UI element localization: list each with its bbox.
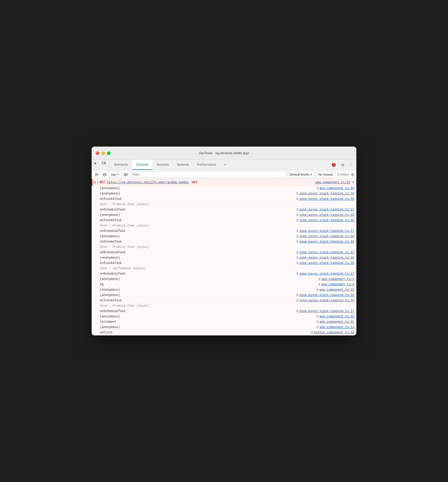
svg-marker-2 bbox=[96, 173, 98, 176]
trace-row: onScheduleTask@zone-async-stack-tagging.… bbox=[92, 309, 356, 314]
expand-arrow-icon[interactable]: ▼ bbox=[97, 181, 99, 184]
trace-at-symbol: @ bbox=[297, 299, 298, 302]
upload-icon[interactable]: ⬆ bbox=[352, 180, 354, 185]
error-circle-icon: ⊗ bbox=[94, 180, 96, 185]
trace-function-name: onInvokeTask bbox=[100, 219, 156, 222]
trace-function-name: onInvokeTask bbox=[100, 261, 156, 265]
traffic-lights bbox=[96, 151, 110, 155]
tab-performance[interactable]: Performance bbox=[193, 160, 220, 170]
eye-icon[interactable] bbox=[122, 171, 129, 178]
minimize-button[interactable] bbox=[101, 151, 105, 155]
tab-elements[interactable]: Elements bbox=[110, 160, 132, 170]
trace-function-name: (anonymous) bbox=[100, 192, 156, 195]
trace-source-link[interactable]: zone-async-stack-tagging.ts:32 bbox=[299, 213, 354, 217]
context-selector[interactable]: top ▼ bbox=[109, 171, 121, 178]
execute-icon[interactable] bbox=[94, 171, 100, 178]
tab-console[interactable]: Console bbox=[132, 160, 152, 170]
trace-source-link[interactable]: app.component.ts:4 bbox=[321, 277, 354, 281]
async-divider-row: Zone — Promise.then (async) bbox=[92, 223, 356, 229]
trace-source-link[interactable]: zone-async-stack-tagging.ts:31 bbox=[299, 240, 354, 244]
error-source-link[interactable]: app.component.ts:23 bbox=[315, 181, 350, 184]
error-count: 1 bbox=[332, 163, 336, 167]
tab-network[interactable]: Network bbox=[173, 160, 193, 170]
trace-source-link[interactable]: zone-async-stack-tagging.ts:32 bbox=[299, 235, 354, 238]
error-badge-button[interactable]: 1 1 bbox=[329, 162, 338, 168]
trace-row: (anonymous)@zone-async-stack-tagging.ts:… bbox=[92, 234, 356, 239]
trace-function-name: onScheduleTask bbox=[100, 272, 156, 276]
trace-source-link[interactable]: zone-async-stack-tagging.ts:31 bbox=[299, 197, 354, 201]
trace-row: onClick@button.component.ts:18 bbox=[92, 330, 356, 335]
trace-row: (anonymous)@app.component.ts:23 bbox=[92, 186, 356, 191]
filter-input[interactable] bbox=[130, 171, 286, 178]
trace-source-link[interactable]: app.component.ts:4 bbox=[321, 283, 354, 286]
trace-at-symbol: @ bbox=[297, 293, 298, 297]
trace-function-name: increment bbox=[100, 320, 156, 324]
trace-at-symbol: @ bbox=[317, 288, 318, 292]
async-divider-row: Zone — setTimeout (async) bbox=[92, 266, 356, 271]
async-divider-row: Zone — Promise.then (async) bbox=[92, 202, 356, 207]
trace-source-link[interactable]: zone-async-stack-tagging.ts:17 bbox=[299, 229, 354, 233]
trace-at-symbol: @ bbox=[297, 272, 298, 276]
maximize-button[interactable] bbox=[107, 151, 110, 155]
settings-button[interactable]: ⚙ bbox=[339, 161, 346, 168]
tab-sources[interactable]: Sources bbox=[152, 160, 173, 170]
trace-source-link[interactable]: zone-async-stack-tagging.ts:32 bbox=[299, 293, 354, 297]
console-settings-icon[interactable]: ⚙ bbox=[351, 173, 354, 177]
trace-source-link[interactable]: zone-async-stack-tagging.ts:32 bbox=[299, 256, 354, 260]
trace-at-symbol: @ bbox=[318, 277, 320, 281]
trace-source-link[interactable]: button.component.ts:18 bbox=[314, 331, 354, 334]
tab-more[interactable]: » bbox=[220, 160, 230, 170]
trace-row: (anonymous)@zone-async-stack-tagging.ts:… bbox=[92, 293, 356, 298]
tab-list: Elements Console Sources Network Perform… bbox=[92, 160, 327, 170]
trace-function-name: Yg bbox=[100, 283, 156, 286]
console-content: ⊗ ▼ GET https://ng-devtools.netlify.app/… bbox=[92, 179, 356, 335]
error-row: ⊗ ▼ GET https://ng-devtools.netlify.app/… bbox=[92, 179, 356, 186]
trace-at-symbol: @ bbox=[317, 187, 318, 190]
toolbar-actions: 1 1 ⚙ ⋮ bbox=[327, 160, 356, 170]
trace-source-link[interactable]: zone-async-stack-tagging.ts:17 bbox=[299, 251, 354, 254]
devtools-window: DevTools - ng-devtools.netlify.app/ Elem… bbox=[92, 147, 356, 335]
device-icon[interactable] bbox=[100, 160, 107, 167]
trace-row: onScheduleTask@zone-async-stack-tagging.… bbox=[92, 250, 356, 255]
trace-at-symbol: @ bbox=[317, 320, 318, 324]
trace-source-link[interactable]: zone-async-stack-tagging.ts:31 bbox=[299, 261, 354, 265]
trace-at-symbol: @ bbox=[297, 229, 298, 233]
trace-at-symbol: @ bbox=[297, 208, 298, 211]
trace-source-link[interactable]: app.component.ts:13 bbox=[319, 325, 354, 329]
window-title: DevTools - ng-devtools.netlify.app/ bbox=[199, 151, 249, 155]
trace-row: (anonymous)@app.component.ts:4 bbox=[92, 277, 356, 282]
trace-row: (anonymous)@app.component.ts:13 bbox=[92, 325, 356, 330]
trace-row: (anonymous)@zone-async-stack-tagging.ts:… bbox=[92, 255, 356, 261]
log-levels-button[interactable]: Default levels ▼ bbox=[287, 171, 315, 178]
trace-source-link[interactable]: zone-async-stack-tagging.ts:17 bbox=[299, 272, 354, 276]
trace-source-link[interactable]: app.component.ts:21 bbox=[319, 320, 354, 324]
trace-at-symbol: @ bbox=[311, 331, 313, 334]
trace-at-symbol: @ bbox=[297, 309, 298, 313]
trace-source-link[interactable]: zone-async-stack-tagging.ts:17 bbox=[299, 208, 354, 211]
trace-source-link[interactable]: zone-async-stack-tagging.ts:17 bbox=[299, 309, 354, 313]
no-issues-button[interactable]: No Issues bbox=[316, 171, 335, 178]
trace-row: (anonymous)@zone-async-stack-tagging.ts:… bbox=[92, 191, 356, 196]
trace-at-symbol: @ bbox=[297, 261, 298, 265]
trace-source-link[interactable]: app.component.ts:23 bbox=[319, 187, 354, 190]
trace-function-name: onInvokeTask bbox=[100, 240, 156, 244]
trace-function-name: (anonymous) bbox=[100, 325, 156, 329]
trace-source-link[interactable]: app.component.ts:22 bbox=[319, 315, 354, 318]
trace-source-link[interactable]: app.component.ts:22 bbox=[319, 288, 354, 292]
clear-icon[interactable] bbox=[101, 171, 108, 178]
trace-at-symbol: @ bbox=[297, 219, 298, 222]
svg-rect-0 bbox=[102, 162, 105, 164]
trace-function-name: onClick bbox=[100, 331, 156, 334]
close-button[interactable] bbox=[96, 151, 99, 155]
trace-source-link[interactable]: zone-async-stack-tagging.ts:31 bbox=[299, 299, 354, 302]
trace-at-symbol: @ bbox=[297, 197, 298, 201]
error-url-link[interactable]: https://ng-devtools.netlify.app/random-n… bbox=[107, 181, 189, 184]
trace-function-name: onInvokeTask bbox=[100, 299, 156, 302]
async-divider-row: Zone — Promise.then (async) bbox=[92, 245, 356, 250]
trace-row: (anonymous)@app.component.ts:22 bbox=[92, 314, 356, 319]
trace-at-symbol: @ bbox=[297, 240, 298, 244]
cursor-icon[interactable] bbox=[92, 160, 99, 167]
more-options-button[interactable]: ⋮ bbox=[347, 161, 354, 168]
trace-source-link[interactable]: zone-async-stack-tagging.ts:32 bbox=[299, 192, 354, 195]
trace-source-link[interactable]: zone-async-stack-tagging.ts:31 bbox=[299, 219, 354, 222]
